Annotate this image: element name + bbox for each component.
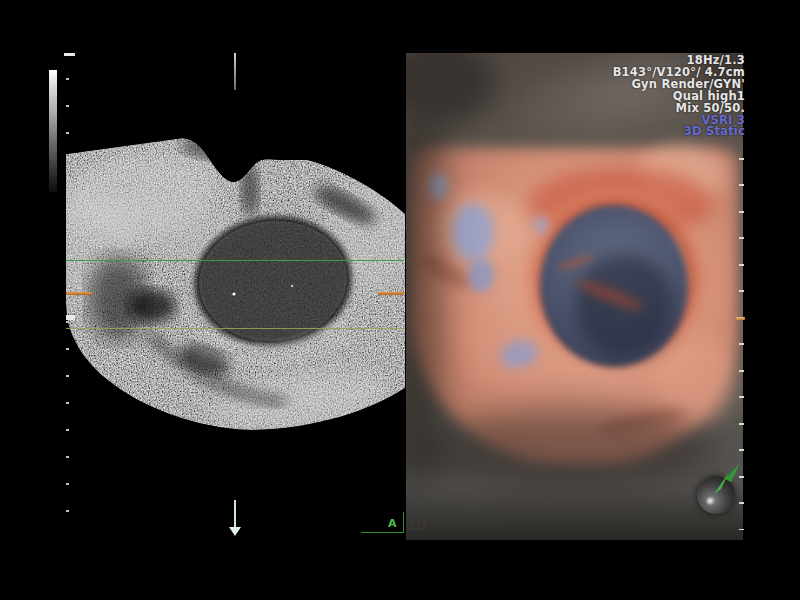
panel-mode-label: 3D xyxy=(407,518,427,533)
probe-direction-line xyxy=(234,500,236,527)
probe-direction-arrow-icon xyxy=(229,527,241,536)
focal-zone-marker-right-panel[interactable] xyxy=(736,317,745,320)
color-doppler-patch xyxy=(452,203,494,261)
render-box-bottom-line[interactable] xyxy=(66,328,404,329)
view-label: A xyxy=(388,517,397,530)
focal-zone-marker-right[interactable] xyxy=(378,292,404,295)
green-axis-arrow-icon xyxy=(712,462,742,496)
gain-marker[interactable] xyxy=(66,315,75,320)
focal-zone-marker-left[interactable] xyxy=(66,292,92,295)
sphere-highlight xyxy=(707,498,713,504)
color-doppler-patch xyxy=(468,258,494,292)
fan-sector xyxy=(54,135,420,438)
status-line-3d-static: 3D Static xyxy=(613,126,745,138)
image-corner-bracket-vertical xyxy=(403,512,404,533)
ultrasound-dual-view-screen: A 18Hz/1.3 B143°/V120°/ 4.7cm Gyn Render… xyxy=(0,0,800,600)
render-box-top-line[interactable] xyxy=(66,260,404,261)
background-shadow xyxy=(406,53,496,126)
image-corner-bracket-horizontal xyxy=(361,532,404,533)
acquisition-status-block: 18Hz/1.3 B143°/V120°/ 4.7cm Gyn Render/G… xyxy=(613,55,745,138)
color-doppler-patch xyxy=(534,216,548,234)
